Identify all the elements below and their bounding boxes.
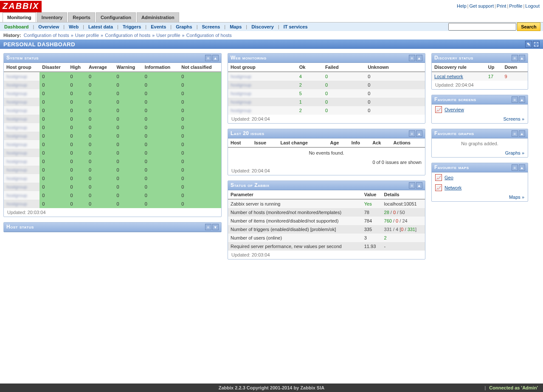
search-input[interactable]	[448, 23, 516, 31]
fav-link[interactable]: Network	[445, 185, 461, 190]
tab-inventory[interactable]: Inventory	[37, 12, 68, 22]
table-row: hostgroup000000	[4, 149, 221, 157]
history-link[interactable]: Configuration of hosts	[24, 33, 69, 38]
tab-monitoring[interactable]: Monitoring	[3, 12, 36, 22]
top-link-logout[interactable]: Logout	[525, 3, 540, 8]
column-header: Discovery rule	[432, 63, 486, 72]
column-header: Ack	[370, 138, 391, 147]
column-header: Disaster	[39, 63, 68, 72]
menu-icon[interactable]: ≡	[205, 55, 211, 61]
top-link-help[interactable]: Help	[457, 3, 467, 8]
fav-graphs-title: Favourite graphs	[434, 130, 474, 137]
column-header: Up	[486, 63, 502, 72]
submenu-graphs[interactable]: Graphs	[174, 24, 194, 29]
graph-icon: 📈	[435, 174, 442, 181]
graphs-link[interactable]: Graphs »	[505, 150, 524, 155]
table-row: hostgroup000000	[4, 123, 221, 132]
expand-icon[interactable]: ▾	[212, 224, 219, 230]
fav-link[interactable]: Geo	[445, 175, 453, 180]
submenu-latest-data[interactable]: Latest data	[87, 24, 115, 29]
top-link-profile[interactable]: Profile	[509, 3, 522, 8]
top-link-get-support[interactable]: Get support	[469, 3, 493, 8]
submenu-dashboard[interactable]: Dashboard	[3, 24, 30, 29]
table-row: hostgroup000000	[4, 191, 221, 200]
page-title: PERSONAL DASHBOARD	[3, 41, 75, 48]
column-header: Host group	[4, 63, 39, 72]
history-link[interactable]: Configuration of hosts	[186, 33, 232, 38]
table-row: hostgroup000000	[4, 132, 221, 140]
table-row: hostgroup000000	[4, 166, 221, 174]
tab-administration[interactable]: Administration	[137, 12, 179, 22]
submenu-discovery[interactable]: Discovery	[250, 24, 276, 29]
table-row: hostgroup000000	[4, 183, 221, 191]
graph-icon: 📈	[435, 106, 442, 113]
column-header: Actions	[391, 138, 425, 147]
status-zabbix-title: Status of Zabbix	[231, 182, 269, 189]
graph-icon: 📈	[435, 184, 442, 191]
fav-maps-widget: Favourite maps ≡▴ 📈Geo📈Network Maps »	[431, 163, 528, 202]
collapse-icon[interactable]: ▴	[416, 182, 422, 189]
host-status-title: Host status	[6, 224, 34, 230]
fav-item: 📈Overview	[432, 104, 528, 115]
column-header: Value	[362, 190, 382, 199]
history-link[interactable]: Configuration of hosts	[105, 33, 150, 38]
table-row: Number of triggers (enabled/disabled) [p…	[228, 225, 425, 234]
submenu-maps[interactable]: Maps	[228, 24, 243, 29]
submenu-web[interactable]: Web	[67, 24, 80, 29]
submenu-overview[interactable]: Overview	[37, 24, 61, 29]
collapse-icon[interactable]: ▴	[416, 130, 422, 137]
tab-configuration[interactable]: Configuration	[96, 12, 136, 22]
search-button[interactable]: Search	[517, 23, 540, 31]
column-header: Host	[228, 138, 252, 147]
menu-icon[interactable]: ≡	[409, 55, 415, 61]
wrench-icon[interactable]: ✎	[525, 41, 532, 48]
column-header: High	[68, 63, 86, 72]
submenu-events[interactable]: Events	[149, 24, 168, 29]
discovery-rule-link[interactable]: Local network	[434, 74, 463, 79]
collapse-icon[interactable]: ▴	[519, 164, 525, 171]
maps-link[interactable]: Maps »	[509, 195, 524, 200]
submenu-triggers[interactable]: Triggers	[121, 24, 143, 29]
collapse-icon[interactable]: ▴	[519, 96, 525, 103]
menu-icon[interactable]: ≡	[512, 164, 518, 171]
fav-maps-title: Favourite maps	[434, 164, 469, 171]
table-row: Number of hosts (monitored/not monitored…	[228, 208, 425, 217]
column-header: Parameter	[228, 190, 362, 199]
collapse-icon[interactable]: ▴	[519, 130, 525, 137]
tab-reports[interactable]: Reports	[68, 12, 95, 22]
table-row: hostgroup000000	[4, 157, 221, 166]
fullscreen-icon[interactable]: ⛶	[533, 41, 540, 48]
history-bar: History: Configuration of hosts»User pro…	[0, 31, 543, 39]
table-row: hostgroup000000	[4, 106, 221, 115]
system-status-widget: System status ≡▴ Host groupDisasterHighA…	[3, 53, 222, 217]
fav-link[interactable]: Overview	[445, 107, 464, 112]
submenu-screens[interactable]: Screens	[200, 24, 222, 29]
column-header: Info	[349, 138, 370, 147]
column-header: Warning	[114, 63, 142, 72]
top-link-print[interactable]: Print	[497, 3, 506, 8]
submenu-it-services[interactable]: IT services	[282, 24, 309, 29]
column-header: Information	[142, 63, 179, 72]
table-row: Number of items (monitored/disabled/not …	[228, 217, 425, 225]
main-tabs: MonitoringInventoryReportsConfigurationA…	[0, 12, 543, 23]
screens-link[interactable]: Screens »	[503, 116, 524, 121]
history-link[interactable]: User profile	[75, 33, 99, 38]
table-row: hostgroup000000	[4, 98, 221, 106]
menu-icon[interactable]: ≡	[512, 55, 518, 61]
table-row: Local network179	[432, 72, 528, 81]
table-row: hostgroup000000	[4, 89, 221, 98]
discovery-status-widget: Discovery status ≡▴ Discovery ruleUpDown…	[431, 53, 528, 90]
column-header: Last change	[278, 138, 328, 147]
table-row: Number of users (online)32	[228, 234, 425, 242]
menu-icon[interactable]: ≡	[205, 224, 211, 230]
collapse-icon[interactable]: ▴	[212, 55, 219, 61]
collapse-icon[interactable]: ▴	[416, 55, 422, 61]
collapse-icon[interactable]: ▴	[519, 55, 525, 61]
last-issues-widget: Last 20 issues ≡▴ HostIssueLast changeAg…	[228, 129, 425, 175]
table-row: Zabbix server is runningYeslocalhost:100…	[228, 199, 425, 208]
menu-icon[interactable]: ≡	[512, 96, 518, 103]
history-link[interactable]: User profile	[156, 33, 180, 38]
menu-icon[interactable]: ≡	[409, 130, 415, 137]
menu-icon[interactable]: ≡	[512, 130, 518, 137]
menu-icon[interactable]: ≡	[409, 182, 415, 189]
